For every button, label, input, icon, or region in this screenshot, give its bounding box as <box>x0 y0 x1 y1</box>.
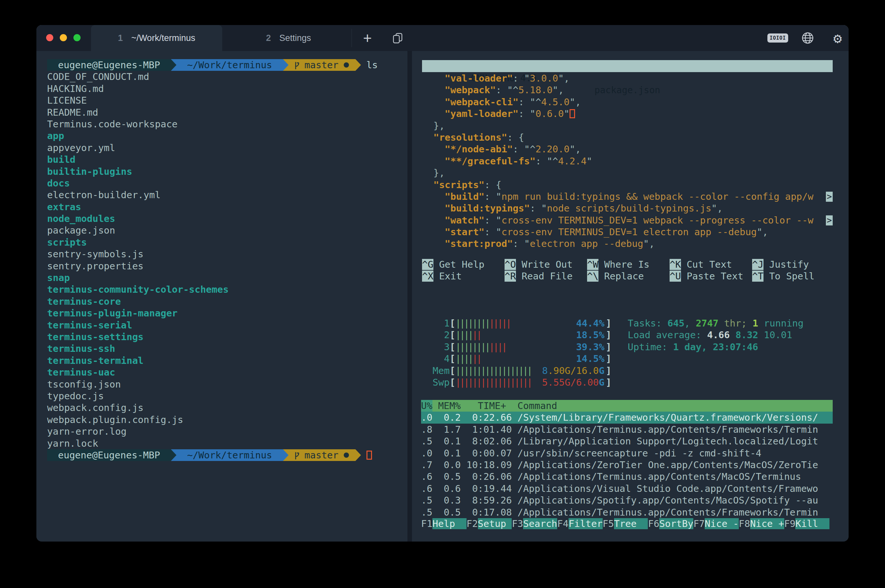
file-item: CODE_OF_CONDUCT.md <box>47 71 378 82</box>
tabbar-separator <box>351 29 352 47</box>
htop-meter-4: 4[||||||14.5%] <box>422 353 612 364</box>
file-item-directory: terminus-community-color-schemes <box>47 284 378 295</box>
nano-shortcut: ^O Write Out <box>504 259 587 270</box>
tab-title: ~/Work/terminus <box>131 33 195 43</box>
file-item-directory: node_modules <box>47 213 378 225</box>
file-item-directory: snap <box>47 272 378 284</box>
htop-process-table: U% MEM% TIME+ Command.0 0.2 0:22.66 /Sys… <box>421 400 833 518</box>
prompt-path-segment: ~/Work/terminus <box>171 449 283 461</box>
screen: 1 ~/Work/terminus 2 Settings + IOIOI <box>0 0 885 588</box>
process-row[interactable]: .5 0.3 8:59.26 /Applications/Spotify.app… <box>421 495 833 506</box>
git-branch-icon <box>293 61 300 69</box>
git-dirty-dot-icon <box>344 62 349 68</box>
process-row[interactable]: .6 0.6 0:19.44 /Applications/Visual Stud… <box>421 483 833 495</box>
globe-icon[interactable] <box>798 25 818 51</box>
fkey-f1[interactable]: F1Help <box>421 518 466 530</box>
tab-terminal[interactable]: 1 ~/Work/terminus <box>91 25 222 51</box>
file-item: sentry.properties <box>47 260 378 272</box>
file-item: appveyor.yml <box>47 142 378 154</box>
tab-number: 2 <box>266 33 271 43</box>
process-table-header[interactable]: U% MEM% TIME+ Command <box>421 400 833 412</box>
process-row[interactable]: .8 1.7 1:01.40 /Applications/Terminus.ap… <box>421 424 833 435</box>
line-continuation-marker: > <box>826 192 833 202</box>
file-item: LICENSE <box>47 94 378 106</box>
file-item: webpack.plugin.config.js <box>47 414 378 426</box>
nano-line: "webpack-cli": "^4.5.0", <box>422 96 833 108</box>
process-row[interactable]: .6 0.5 0:26.06 /Applications/Terminus.ap… <box>421 471 833 482</box>
nano-shortcut: ^\ Replace <box>587 270 670 282</box>
nano-line: "watch": "cross-env TERMINUS_DEV=1 webpa… <box>422 214 833 226</box>
file-item: yarn-error.log <box>47 426 378 437</box>
git-dirty-dot-icon <box>344 453 349 458</box>
htop-meter-2: 2[||||||18.5%] <box>422 329 612 341</box>
process-row[interactable]: .7 0.0 10:18.09 /Applications/ZeroTier O… <box>421 459 833 471</box>
htop-meter-mem: Mem[||||||||||||||||||8.90G/16.0G] <box>422 365 612 376</box>
prompt-git-segment: master <box>283 59 356 71</box>
nano-line: "start:prod": "electron app --debug", <box>422 238 833 249</box>
shell-prompt: eugene@Eugenes-MBP ~/Work/terminus maste… <box>47 449 378 461</box>
prompt-path-segment: ~/Work/terminus <box>171 59 283 71</box>
minimize-button[interactable] <box>60 34 67 41</box>
file-item: sentry-symbols.js <box>47 248 378 260</box>
tab-bar: 1 ~/Work/terminus 2 Settings + IOIOI <box>36 25 849 51</box>
tab-number: 1 <box>118 33 123 43</box>
fkey-f5[interactable]: F5Tree <box>603 518 648 530</box>
fkey-f2[interactable]: F2Setup <box>466 518 512 530</box>
htop-meters: 1[|||||||||||||44.4%]2[||||||18.5%]3[|||… <box>422 317 612 388</box>
file-item: package.json <box>47 225 378 236</box>
process-row[interactable]: .5 0.1 8:02.06 /Library/Application Supp… <box>421 435 833 447</box>
file-item: webpack.config.js <box>47 402 378 414</box>
pane-divider[interactable] <box>407 51 412 542</box>
nano-shortcut: ^J Justify <box>752 259 835 270</box>
prompt-user-segment: eugene@Eugenes-MBP <box>47 449 171 461</box>
fkey-f3[interactable]: F3Search <box>512 518 557 530</box>
nano-content: "val-loader": "3.0.0", "webpack": "^5.18… <box>422 72 833 250</box>
nano-line: "build": "npm run build:typings && webpa… <box>422 191 833 202</box>
nano-shortcut-bar: ^G Get Help^O Write Out^W Where Is^K Cut… <box>422 259 835 282</box>
prompt-git-segment: master <box>283 449 356 461</box>
htop-meter-3: 3[||||||||||||39.3%] <box>422 341 612 353</box>
file-item: electron-builder.yml <box>47 189 378 201</box>
file-item-directory: scripts <box>47 237 378 248</box>
shell-prompt: eugene@Eugenes-MBP ~/Work/terminus maste… <box>47 59 378 71</box>
file-item: README.md <box>47 106 378 118</box>
nano-shortcut: ^T To Spell <box>752 270 835 282</box>
nano-line: "val-loader": "3.0.0", <box>422 72 833 84</box>
process-row[interactable]: .0 0.1 0:00.07 /usr/sbin/screencapture -… <box>421 447 833 459</box>
tab-settings[interactable]: 2 Settings <box>222 25 355 51</box>
app-window: 1 ~/Work/terminus 2 Settings + IOIOI <box>36 25 849 542</box>
left-terminal-pane[interactable]: eugene@Eugenes-MBP ~/Work/terminus maste… <box>36 51 407 542</box>
zoom-button[interactable] <box>74 34 81 41</box>
tab-title: Settings <box>279 33 311 43</box>
file-item: Terminus.code-workspace <box>47 118 378 130</box>
file-item-directory: builtin-plugins <box>47 166 378 177</box>
fkey-f7[interactable]: F7Nice - <box>693 518 739 530</box>
right-terminal-pane[interactable]: GNU nano 4.5 package.json "val-loader": … <box>412 51 849 542</box>
nano-shortcut: ^G Get Help <box>422 259 504 270</box>
nano-line: "resolutions": { <box>422 132 833 143</box>
file-item: tsconfig.json <box>47 378 378 390</box>
file-item-directory: docs <box>47 177 378 189</box>
settings-gear-icon[interactable]: ⚙ <box>828 25 848 51</box>
traffic-lights <box>46 34 81 41</box>
typed-command: ls <box>366 60 378 70</box>
fkey-f4[interactable]: F4Filter <box>557 518 603 530</box>
new-tab-button[interactable]: + <box>360 25 375 51</box>
process-row[interactable]: .5 0.5 0:17.08 /Applications/Terminus.ap… <box>421 507 833 518</box>
file-item: HACKING.md <box>47 83 378 94</box>
file-item-directory: terminus-uac <box>47 366 378 378</box>
fkey-f9[interactable]: F9Kill <box>784 518 830 530</box>
serial-port-icon[interactable]: IOIOI <box>767 25 788 51</box>
close-button[interactable] <box>46 34 53 41</box>
fkey-f8[interactable]: F8Nice + <box>739 518 784 530</box>
fkey-f6[interactable]: F6SortBy <box>648 518 693 530</box>
htop-summary: Tasks: 645, 2747 thr; 1 runningLoad aver… <box>628 317 804 353</box>
file-item: typedoc.js <box>47 390 378 402</box>
file-item-directory: app <box>47 130 378 142</box>
process-row-selected[interactable]: .0 0.2 0:22.66 /System/Library/Framework… <box>421 412 833 423</box>
nano-line: }, <box>422 167 833 178</box>
duplicate-tab-icon[interactable] <box>390 25 405 51</box>
file-item-directory: extras <box>47 201 378 213</box>
git-branch-icon <box>293 451 300 460</box>
file-item-directory: terminus-plugin-manager <box>47 308 378 319</box>
